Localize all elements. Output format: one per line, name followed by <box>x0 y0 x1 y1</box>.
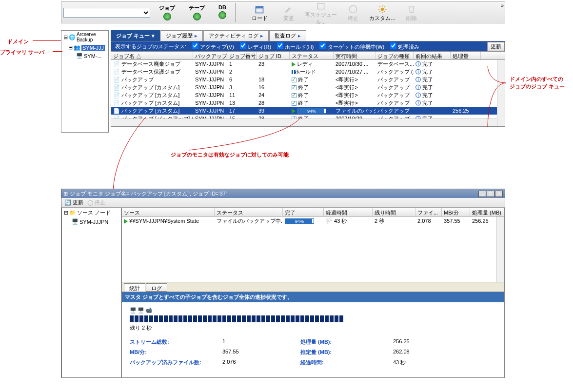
check-circle-icon <box>163 13 171 20</box>
monitor-tree-root[interactable]: ⊟ 📁 ソース ノード <box>62 208 121 217</box>
monitor-refresh-button[interactable]: 🔄 更新 <box>64 199 83 206</box>
maximize-button[interactable]: □ <box>487 191 494 197</box>
job-grid-header: ジョブ名 △ バックアップ ... ジョブ番号 ジョブ ID ステータス 実行時… <box>111 51 505 60</box>
mcol-complete[interactable]: 完了 <box>283 208 324 216</box>
tree-domain[interactable]: ⊟ 👥 SYM-JJJ <box>61 43 108 52</box>
overall-progress-bar <box>130 315 496 322</box>
status-filter-bar: 表示するジョブのステータス: アクティブ(V) レディ(R) ホールド(H) タ… <box>111 41 505 51</box>
server-dropdown[interactable] <box>63 8 150 18</box>
filter-waiting-checkbox[interactable] <box>319 42 326 49</box>
monitor-toolbar: 🔄 更新 ◯ 停止 <box>61 198 505 208</box>
job-row[interactable]: 📄 バックアップ [カスタム]SYM-JJJPN1124 終了<即実行>バックア… <box>111 91 505 99</box>
stop-button: 停止 <box>338 3 368 22</box>
col-backup[interactable]: バックアップ ... <box>193 52 227 59</box>
globe-icon: 🌐 <box>69 34 76 40</box>
pencil-icon <box>274 4 303 15</box>
status-job: ジョブ <box>159 4 175 20</box>
stat-estimate-value: 262.08 <box>393 349 442 356</box>
stats-panel: 統計 ログ マスタ ジョブとすべての子ジョブを含むジョブ全体の進捗状況です。 🖥… <box>121 282 505 378</box>
col-status[interactable]: ステータス <box>290 52 334 59</box>
monitor-grid-header: ソース ステータス 完了 経過時間 残り時間 ファイ... MB/分 処理量 (… <box>121 208 505 216</box>
stat-estimate-label: 推定量 (MB): <box>300 349 374 356</box>
job-row[interactable]: 📄 バックアップ [カスタム]SYM-JJJPN316 終了<即実行>バックアッ… <box>111 83 505 91</box>
tree-server[interactable]: 🖥️ SYM-... <box>61 52 108 60</box>
server-icon: 🖥️ <box>76 53 83 59</box>
job-row[interactable]: 📄 データベース保護ジョブSYM-JJJPN2 ホールド2007/10/27 .… <box>111 68 505 76</box>
window-icon: ⊞ <box>63 191 68 197</box>
col-jobname[interactable]: ジョブ名 △ <box>111 52 193 59</box>
col-lastresult[interactable]: 前回の結果 <box>414 52 451 59</box>
reschedule-button: 再スケジュール... <box>303 0 338 26</box>
stat-streams-label: ストリーム総数: <box>130 338 203 346</box>
col-exectime[interactable]: 実行時間 <box>334 52 375 59</box>
device-icons: 🖥️ 🖥️ 📹 <box>130 307 496 314</box>
close-button[interactable]: × <box>495 191 503 197</box>
job-row[interactable]: 📄 データベース廃棄ジョブSYM-JJJPN123 レディ2007/10/30 … <box>111 60 505 68</box>
monitor-tree-node[interactable]: 🖥️ SYM-JJJPN <box>62 217 121 226</box>
check-circle-icon <box>218 11 226 19</box>
tab-job-queue[interactable]: ジョブ キュー▾ <box>111 30 160 41</box>
mcol-elapsed[interactable]: 経過時間 <box>324 208 373 216</box>
col-jobno[interactable]: ジョブ番号 <box>227 52 257 59</box>
play-icon <box>124 219 128 224</box>
tab-stats[interactable]: 統計 <box>124 283 145 292</box>
stat-files-label: バックアップ済みファイル数: <box>130 359 203 366</box>
filter-active-checkbox[interactable] <box>192 42 198 49</box>
stat-elapsed-value: 43 秒 <box>393 359 442 366</box>
svg-rect-2 <box>317 3 324 9</box>
filter-label: 表示するジョブのステータス: <box>115 43 186 50</box>
monitor-grid: ¥¥SYM-JJJPN¥System State ファイルのバックアップ中...… <box>121 216 505 282</box>
annotation-primary: プライマリ サーバ <box>0 49 44 56</box>
vertical-scrollbar[interactable] <box>497 60 505 126</box>
col-throughput[interactable]: 処理量 <box>451 52 481 59</box>
mcol-status[interactable]: ステータス <box>215 208 283 216</box>
filter-done-checkbox[interactable] <box>390 42 396 49</box>
filter-ready-checkbox[interactable] <box>240 42 246 49</box>
annotation-allqueue: ドメイン内のすべての ジョブのジョブ キュー <box>510 76 565 90</box>
vertical-scrollbar[interactable] <box>496 216 504 282</box>
overflow-chevron-icon[interactable]: » <box>501 3 504 8</box>
mcol-throughput[interactable]: 処理量 (MB) <box>470 208 504 216</box>
change-button: 変更 <box>274 3 303 22</box>
minus-icon: ⊟ <box>63 34 68 40</box>
folder-icon: 📁 <box>69 210 76 216</box>
server-icon: 🖥️ <box>138 307 144 314</box>
progress-bar: 94% <box>285 218 314 224</box>
gear-icon <box>368 4 397 15</box>
col-type[interactable]: ジョブの種類 <box>375 52 414 59</box>
minimize-button[interactable]: _ <box>478 191 486 197</box>
load-button[interactable]: ロード <box>245 3 274 22</box>
tree-root[interactable]: ⊟ 🌐 Arcserve Backup <box>61 31 108 43</box>
mcol-mbmin[interactable]: MB/分 <box>442 208 470 216</box>
mcol-files[interactable]: ファイ... <box>415 208 442 216</box>
tab-audit-log[interactable]: 監査ログ▸ <box>269 30 306 41</box>
svg-point-4 <box>381 8 384 11</box>
status-tape: テープ <box>189 4 205 20</box>
job-row[interactable]: 📄 バックアップ [カスタム]SYM-JJJPN1328 終了<即実行>バックア… <box>111 99 505 107</box>
filter-hold-checkbox[interactable] <box>277 42 283 49</box>
horizontal-scrollbar[interactable] <box>111 118 497 126</box>
mcol-source[interactable]: ソース <box>122 208 215 216</box>
col-jobid[interactable]: ジョブ ID <box>257 52 290 59</box>
svg-rect-1 <box>256 6 263 8</box>
custom-button[interactable]: カスタム... <box>368 3 397 22</box>
tab-log[interactable]: ログ <box>146 283 167 292</box>
job-row[interactable]: 📄 バックアップSYM-JJJPN618 終了<即実行>バックアップⓘ 完了 <box>111 76 505 83</box>
domain-tree: ⊟ 🌐 Arcserve Backup ⊟ 👥 SYM-JJJ 🖥️ SYM-.… <box>61 30 109 133</box>
mcol-remain[interactable]: 残り時間 <box>373 208 415 216</box>
refresh-button[interactable]: 更新 <box>487 42 505 51</box>
job-row[interactable]: 📄 バックアップ [カスタム]SYM-JJJPN1739 94%ファイルのバック… <box>111 107 505 115</box>
annotation-domain: ドメイン <box>7 38 29 45</box>
minus-icon: ⊟ <box>64 210 68 216</box>
monitor-row[interactable]: ¥¥SYM-JJJPN¥System State ファイルのバックアップ中...… <box>122 216 504 224</box>
status-indicators: ジョブ テープ DB <box>159 4 226 20</box>
job-grid: 📄 データベース廃棄ジョブSYM-JJJPN123 レディ2007/10/30 … <box>111 60 505 127</box>
camera-icon: 📹 <box>145 307 152 314</box>
job-monitor-window: ⊞ ジョブ モニタ:ジョブ名='バックアップ [カスタム]', ジョブ ID='… <box>61 189 505 378</box>
tab-job-history[interactable]: ジョブ履歴▸ <box>160 30 203 41</box>
monitor-source-tree: ⊟ 📁 ソース ノード 🖥️ SYM-JJJPN <box>61 208 121 378</box>
stat-mbmin-label: MB/分: <box>130 349 203 356</box>
status-db: DB <box>218 4 226 20</box>
monitor-titlebar: ⊞ ジョブ モニタ:ジョブ名='バックアップ [カスタム]', ジョブ ID='… <box>61 189 505 198</box>
tab-activity-log[interactable]: アクティビティ ログ▸ <box>203 30 269 41</box>
